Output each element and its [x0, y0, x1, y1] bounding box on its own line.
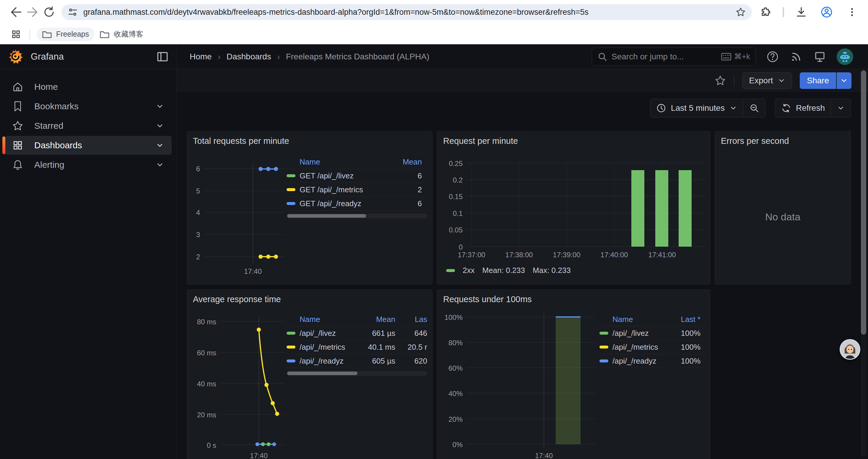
legend-col-mean[interactable]: Mean — [361, 315, 395, 324]
panel-title[interactable]: Total requests per minute — [193, 136, 289, 146]
panel-title[interactable]: Requests under 100ms — [443, 294, 532, 304]
bookmark-star-icon[interactable] — [734, 6, 747, 19]
grafana-logo-icon[interactable] — [8, 49, 23, 64]
clock-icon — [656, 103, 666, 113]
panel-average-response-time: Average response time 80 ms 60 ms 40 ms … — [187, 290, 433, 459]
bookmarks-divider — [30, 29, 30, 39]
toolbar-divider — [783, 7, 784, 17]
scrollbar-thumb[interactable] — [287, 371, 358, 375]
breadcrumb: Home › Dashboards › Freeleaps Metrics Da… — [177, 44, 429, 69]
url-bar[interactable]: grafana.mathmast.com/d/deytv4rwavabkb/fr… — [61, 4, 752, 20]
sidebar-item-alerting[interactable]: Alerting — [5, 155, 172, 174]
bookmark-label: Freeleaps — [56, 30, 89, 38]
chevron-down-icon — [156, 161, 164, 169]
kiosk-monitor-icon[interactable] — [813, 50, 827, 64]
y-tick: 2 — [187, 253, 200, 261]
panel-total-requests: Total requests per minute 6 5 4 3 2 17:4… — [187, 131, 433, 285]
legend-col-last[interactable]: Last * — [668, 315, 701, 324]
sidebar-item-dashboards[interactable]: Dashboards — [5, 136, 172, 155]
user-avatar[interactable] — [837, 48, 853, 65]
download-icon[interactable] — [793, 4, 809, 21]
legend-scrollbar[interactable] — [286, 214, 427, 218]
extensions-icon[interactable] — [757, 4, 774, 21]
panel-requests-under-100ms: Requests under 100ms 100% 80% 60% 40% 20… — [437, 290, 710, 459]
y-tick: 0.1 — [437, 209, 463, 218]
breadcrumb-separator: › — [218, 52, 221, 62]
dashboard-content: Export Share Last 5 minutes — [177, 69, 868, 459]
bookmark-folder-freeleaps[interactable]: Freeleaps — [37, 28, 94, 41]
legend-col-name[interactable]: Name — [300, 157, 390, 167]
refresh-button[interactable]: Refresh — [775, 99, 831, 117]
y-tick: 6 — [187, 165, 200, 173]
y-tick: 0.2 — [437, 176, 463, 184]
dock-sidebar-icon[interactable] — [156, 51, 169, 63]
bookmark-folder-blogs[interactable]: 收藏博客 — [94, 27, 149, 41]
y-tick: 4 — [187, 208, 200, 217]
grafana-header: Grafana Home › Dashboards › Freeleaps Me… — [0, 44, 868, 69]
panel-title[interactable]: Request per minute — [443, 136, 518, 146]
breadcrumb-home[interactable]: Home — [190, 52, 212, 61]
profile-icon[interactable] — [818, 4, 835, 21]
scrollbar-thumb[interactable] — [287, 214, 366, 218]
y-tick: 0.25 — [437, 160, 463, 168]
sidebar-item-starred[interactable]: Starred — [5, 117, 172, 135]
search-input[interactable]: Search or jump to... ⌘+k — [592, 47, 756, 66]
panel-title[interactable]: Average response time — [193, 294, 281, 304]
legend-row[interactable]: /api/_/livez 661 µs 646 — [286, 326, 427, 340]
legend-col-last[interactable]: Las — [395, 315, 427, 324]
zoom-out-button[interactable] — [743, 99, 765, 117]
y-tick: 0 s — [187, 441, 216, 450]
grafana-app: Grafana Home › Dashboards › Freeleaps Me… — [0, 44, 868, 459]
legend-row[interactable]: /api/_/readyz 100% — [599, 354, 706, 368]
y-tick: 40% — [437, 390, 463, 398]
brand-title: Grafana — [31, 52, 156, 62]
refresh-group: Refresh — [775, 99, 851, 118]
no-data-message: No data — [715, 211, 850, 223]
legend-row[interactable]: /api/_/livez 100% — [599, 326, 706, 340]
sidebar: Home Bookmarks Starred Dashboards Alerti… — [0, 69, 177, 459]
legend-col-name[interactable]: Name — [300, 315, 361, 324]
legend-col-mean[interactable]: Mean — [390, 157, 422, 167]
chevron-down-icon — [156, 141, 164, 150]
panel-title[interactable]: Errors per second — [721, 136, 789, 146]
y-tick: 80 ms — [187, 318, 216, 326]
home-icon — [11, 80, 24, 93]
sidebar-item-home[interactable]: Home — [5, 77, 172, 96]
legend-row[interactable]: /api/_/metrics 40.1 ms 20.5 r — [286, 340, 427, 354]
time-range-picker[interactable]: Last 5 minutes — [650, 99, 743, 117]
legend-row[interactable]: GET /api/_/metrics 2 — [286, 183, 427, 197]
legend-col-name[interactable]: Name — [613, 315, 668, 324]
chevron-down-icon — [156, 122, 164, 130]
breadcrumb-dashboards[interactable]: Dashboards — [226, 52, 271, 61]
news-rss-icon[interactable] — [789, 50, 803, 64]
assistant-avatar[interactable] — [840, 339, 860, 360]
share-button[interactable]: Share — [800, 72, 836, 89]
legend-row[interactable]: GET /api/_/livez 6 — [286, 169, 427, 183]
reload-icon[interactable] — [41, 4, 57, 21]
x-tick: 17:40 — [526, 452, 562, 459]
y-tick: 20% — [437, 415, 463, 424]
scrollbar-thumb[interactable] — [861, 70, 866, 335]
site-settings-icon[interactable] — [66, 6, 79, 19]
browser-menu-icon[interactable] — [844, 4, 860, 21]
help-icon[interactable] — [766, 50, 779, 64]
forward-icon[interactable] — [24, 4, 41, 21]
export-button[interactable]: Export — [742, 72, 792, 89]
page-scrollbar[interactable] — [861, 70, 866, 457]
legend-row[interactable]: GET /api/_/readyz 6 — [286, 197, 427, 210]
breadcrumb-current: Freeleaps Metrics Dashboard (ALPHA) — [286, 52, 430, 61]
legend-scrollbar[interactable] — [286, 371, 427, 376]
sidebar-item-bookmarks[interactable]: Bookmarks — [5, 97, 172, 116]
legend-inline[interactable]: 2xx Mean: 0.233 Max: 0.233 — [446, 266, 571, 275]
back-icon[interactable] — [8, 4, 24, 21]
url-text[interactable]: grafana.mathmast.com/d/deytv4rwavabkb/fr… — [83, 8, 734, 17]
legend-table: Name Last * /api/_/livez 100% /api/_/met… — [599, 313, 706, 368]
share-menu-button[interactable] — [836, 72, 851, 89]
legend-row[interactable]: /api/_/metrics 100% — [599, 340, 706, 354]
favorite-star-icon[interactable] — [714, 75, 726, 87]
apps-grid-icon[interactable] — [8, 26, 24, 42]
y-tick: 100% — [437, 314, 463, 322]
header-actions: Search or jump to... ⌘+k — [592, 44, 868, 69]
refresh-interval-button[interactable] — [831, 99, 850, 117]
legend-row[interactable]: /api/_/readyz 605 µs 620 — [286, 354, 427, 368]
